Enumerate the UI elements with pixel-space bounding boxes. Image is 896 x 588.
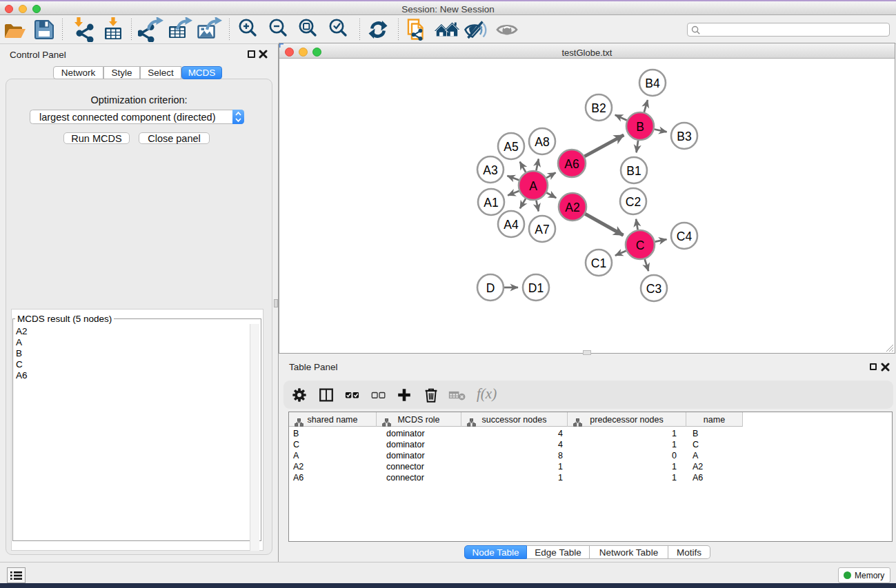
- svg-text:C1: C1: [591, 256, 606, 270]
- svg-text:A4: A4: [504, 218, 519, 232]
- svg-text:A1: A1: [484, 196, 498, 210]
- svg-text:A8: A8: [535, 135, 549, 149]
- svg-text:C: C: [636, 239, 645, 252]
- svg-text:A2: A2: [565, 201, 579, 214]
- svg-text:A: A: [529, 179, 537, 193]
- svg-text:C2: C2: [626, 195, 641, 209]
- svg-text:D1: D1: [528, 281, 544, 295]
- svg-text:B: B: [636, 120, 644, 134]
- svg-text:D: D: [486, 281, 495, 295]
- svg-text:B1: B1: [626, 164, 641, 178]
- svg-text:A3: A3: [483, 163, 497, 177]
- svg-text:C4: C4: [677, 230, 693, 243]
- svg-text:A6: A6: [564, 157, 579, 171]
- svg-text:B4: B4: [645, 77, 660, 90]
- svg-text:B2: B2: [591, 101, 606, 115]
- svg-text:A5: A5: [504, 140, 518, 154]
- svg-text:B3: B3: [677, 130, 691, 143]
- svg-text:A7: A7: [535, 223, 549, 236]
- svg-text:C3: C3: [646, 282, 661, 296]
